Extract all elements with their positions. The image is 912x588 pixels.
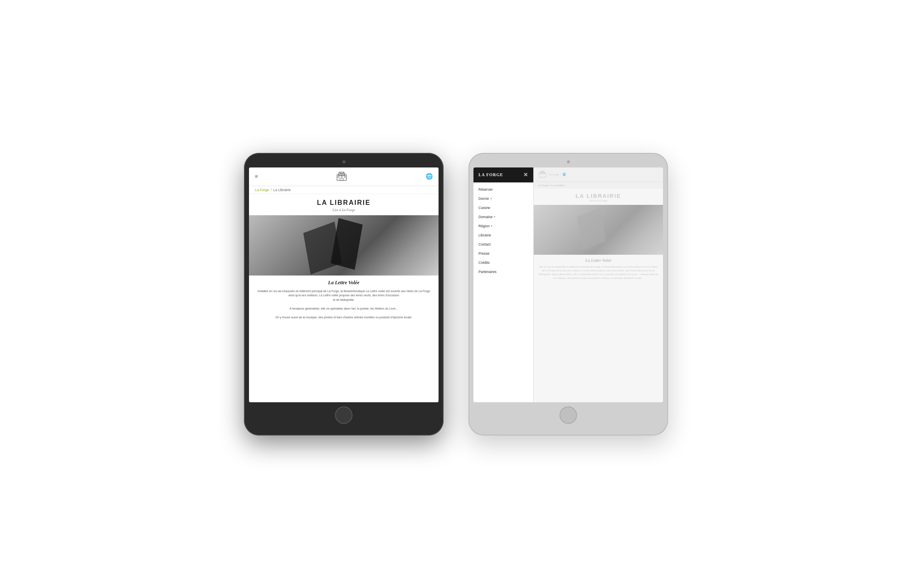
right-logo: La Forge / 🌐	[538, 171, 566, 178]
chevron-down-icon: ▾	[491, 197, 492, 200]
menu-item-contact[interactable]: Contact	[473, 240, 533, 249]
page-title: LA LIBRAIRIE	[255, 199, 433, 207]
article-text: Installée en rez-de-chaussée du bâtiment…	[257, 289, 430, 320]
breadcrumb-current: La Librairie	[273, 188, 291, 192]
svg-rect-8	[540, 172, 545, 173]
right-page-title: LA LIBRAIRIE	[538, 193, 659, 199]
menu-item-region[interactable]: Région ▾	[473, 221, 533, 231]
hero-art	[249, 215, 439, 276]
light-tablet: LA FORGE ✕ Réserver Dormir ▾ Cuisine Dom…	[468, 153, 668, 435]
screen-dark: ≡ 🌐 La Forge /	[249, 167, 439, 402]
screen-content: LA LIBRAIRIE Lire à La Forge La Lettre V…	[249, 194, 439, 402]
right-page-subtitle: Lire à La Forge	[538, 199, 659, 202]
breadcrumb-bar: La Forge / La Librairie	[249, 186, 439, 194]
menu-item-reserver[interactable]: Réserver	[473, 185, 533, 194]
right-hero-image	[534, 205, 663, 255]
menu-brand: LA FORGE	[478, 172, 503, 177]
svg-rect-5	[344, 176, 345, 177]
menu-panel: LA FORGE ✕ Réserver Dormir ▾ Cuisine Dom…	[473, 167, 534, 402]
home-button-light[interactable]	[560, 406, 577, 424]
screen-light: LA FORGE ✕ Réserver Dormir ▾ Cuisine Dom…	[473, 167, 663, 402]
svg-rect-9	[541, 171, 544, 172]
right-navbar: La Forge / 🌐	[534, 167, 663, 182]
svg-rect-1	[339, 173, 345, 175]
menu-item-librairie[interactable]: Librairie	[473, 231, 533, 240]
menu-close-button[interactable]: ✕	[523, 172, 528, 178]
right-breadcrumb: La Forge / La Librairie	[534, 182, 663, 189]
hero-image	[249, 215, 439, 276]
right-page-header: LA LIBRAIRIE Lire à La Forge	[534, 189, 663, 205]
logo-icon	[335, 172, 348, 182]
right-content-panel: La Forge / 🌐 La Forge / La Librairie LA …	[534, 167, 663, 402]
menu-item-credits[interactable]: Crédits	[473, 258, 533, 267]
dark-tablet: ≡ 🌐 La Forge /	[244, 153, 444, 435]
svg-rect-3	[338, 176, 339, 177]
chevron-down-icon-3: ▾	[491, 224, 493, 228]
camera-dot-dark	[343, 160, 345, 163]
menu-item-presse[interactable]: Presse	[473, 249, 533, 258]
menu-item-partenaires[interactable]: Partenaires	[473, 267, 533, 276]
breadcrumb-sep: /	[271, 188, 271, 192]
right-article: La Lettre Volée llée en rez-de-chaussée …	[534, 255, 663, 283]
camera-dot-light	[567, 160, 570, 163]
home-button-dark[interactable]	[335, 406, 352, 424]
svg-rect-4	[341, 176, 343, 177]
article-title: La Lettre Volée	[257, 280, 430, 286]
dark-navbar: ≡ 🌐	[249, 167, 439, 186]
svg-rect-2	[340, 172, 344, 174]
right-article-text: llée en rez-de-chaussée du bâtiment prin…	[539, 265, 658, 280]
right-logo-icon	[538, 171, 547, 178]
right-article-title: La Lettre Volée	[539, 258, 658, 263]
svg-rect-6	[340, 178, 344, 180]
hamburger-icon[interactable]: ≡	[255, 173, 258, 180]
logo-center	[335, 172, 348, 182]
page-header: LA LIBRAIRIE Lire à La Forge	[249, 194, 439, 215]
chevron-down-icon-2: ▾	[494, 215, 495, 219]
menu-item-cuisine[interactable]: Cuisine	[473, 203, 533, 212]
menu-items: Réserver Dormir ▾ Cuisine Domaine ▾ Régi…	[473, 182, 533, 402]
article-section: La Lettre Volée Installée en rez-de-chau…	[249, 276, 439, 324]
breadcrumb-link[interactable]: La Forge	[255, 188, 269, 192]
scene: ≡ 🌐 La Forge /	[0, 0, 912, 588]
menu-header: LA FORGE ✕	[473, 167, 533, 182]
globe-icon[interactable]: 🌐	[426, 173, 433, 180]
menu-item-dormir[interactable]: Dormir ▾	[473, 194, 533, 203]
menu-item-domaine[interactable]: Domaine ▾	[473, 212, 533, 221]
page-subtitle: Lire à La Forge	[255, 208, 433, 212]
